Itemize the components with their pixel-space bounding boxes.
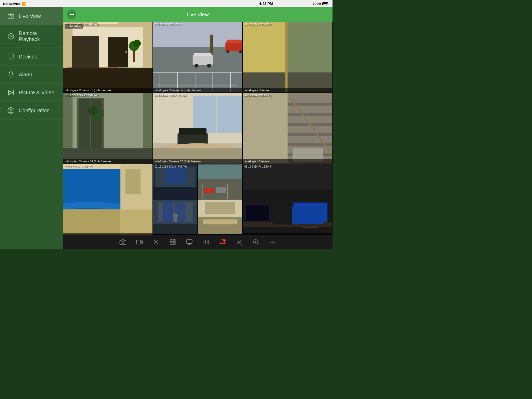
svg-rect-67 bbox=[288, 113, 332, 116]
svg-point-39 bbox=[226, 50, 229, 54]
svg-point-99 bbox=[173, 213, 178, 218]
camera-scene-2 bbox=[153, 22, 242, 92]
svg-rect-80 bbox=[63, 209, 120, 235]
sidebar-item-alarm[interactable]: Alarm bbox=[0, 66, 63, 84]
svg-rect-81 bbox=[120, 209, 152, 235]
sidebar-item-remote-playback[interactable]: Remote Playback bbox=[0, 25, 63, 48]
svg-rect-97 bbox=[175, 202, 185, 222]
camera-scene-4 bbox=[63, 93, 152, 163]
camera-cell-2[interactable]: 01-19-2018 4:42:03 PM Interlogix - Camer… bbox=[153, 22, 243, 93]
camera-cell-6[interactable]: 01-19-2018 4:42:03 PM Interlogix - Camer… bbox=[243, 93, 332, 164]
camera-scene-3 bbox=[243, 22, 332, 92]
camera-cell-4[interactable]: 01-19-2018 06:42:04 PM (W) Interlogix - … bbox=[63, 93, 153, 164]
camera-scene-8 bbox=[153, 164, 242, 235]
svg-rect-16 bbox=[68, 67, 118, 70]
svg-rect-118 bbox=[136, 240, 141, 244]
svg-point-136 bbox=[270, 242, 271, 242]
camera-scene-5 bbox=[153, 93, 242, 163]
app: Live View Remote Playback Devices Alarm bbox=[0, 7, 332, 249]
alarm-icon bbox=[7, 71, 15, 78]
devices-icon bbox=[7, 53, 15, 60]
svg-rect-44 bbox=[285, 22, 288, 92]
svg-rect-79 bbox=[125, 169, 141, 194]
no-service-text: No Service bbox=[3, 2, 21, 6]
svg-rect-20 bbox=[80, 67, 90, 75]
layout-button[interactable] bbox=[169, 238, 177, 246]
svg-rect-124 bbox=[187, 240, 192, 243]
svg-point-2 bbox=[8, 34, 14, 39]
camera-label-7 bbox=[63, 233, 152, 235]
status-time: 4:42 PM bbox=[259, 2, 273, 6]
more-button[interactable] bbox=[268, 238, 277, 246]
nav-label-live-view: Live View bbox=[19, 13, 41, 19]
svg-rect-114 bbox=[272, 199, 293, 224]
sidebar-item-live-view[interactable]: Live View bbox=[0, 7, 63, 25]
svg-rect-112 bbox=[246, 205, 269, 221]
svg-point-129 bbox=[238, 240, 241, 242]
alarm-bell-button[interactable] bbox=[218, 238, 227, 246]
playback-icon bbox=[7, 33, 15, 40]
svg-rect-76 bbox=[63, 164, 120, 204]
config-icon bbox=[7, 107, 15, 114]
camera-label-2: Interlogix - Camera 05 (Sub Stream) bbox=[153, 88, 242, 92]
svg-point-135 bbox=[274, 242, 275, 242]
zoom-in-button[interactable] bbox=[252, 238, 260, 246]
sidebar-item-devices[interactable]: Devices bbox=[0, 48, 63, 66]
main-content: Live View bbox=[63, 7, 332, 249]
camera-scene-1 bbox=[63, 22, 152, 92]
svg-rect-103 bbox=[205, 202, 235, 215]
svg-rect-37 bbox=[225, 42, 242, 51]
svg-rect-96 bbox=[163, 202, 173, 222]
camera-cell-1[interactable]: Live View 01-19-2018 01:42:04 PM (W) Int… bbox=[63, 22, 153, 93]
svg-point-119 bbox=[155, 241, 157, 243]
camera-label-9 bbox=[243, 233, 332, 235]
svg-point-15 bbox=[133, 40, 141, 47]
svg-rect-19 bbox=[78, 65, 93, 68]
sidebar-item-picture-video[interactable]: Picture & Video bbox=[0, 84, 63, 102]
picture-icon bbox=[7, 89, 15, 96]
record-button[interactable] bbox=[135, 238, 144, 246]
svg-point-1 bbox=[10, 16, 12, 17]
camera-cell-5[interactable]: 01-19-2018 4:42:04 PM (W) Interlogix - C… bbox=[153, 93, 243, 164]
camera-timestamp-3: 01-19-2018 4:42:03 PM bbox=[244, 23, 272, 26]
svg-rect-69 bbox=[288, 133, 332, 136]
svg-point-54 bbox=[88, 106, 97, 115]
status-bar: No Service 📶 4:42 PM 100% bbox=[0, 0, 332, 7]
svg-point-134 bbox=[272, 242, 273, 242]
toolbar bbox=[63, 235, 332, 249]
camera-scene-7 bbox=[63, 164, 152, 235]
status-right: 100% bbox=[313, 2, 329, 6]
camera-timestamp-1: 01-19-2018 01:42:04 PM (W) bbox=[65, 23, 98, 26]
camera-cell-9[interactable]: 01-19-2018 Fri 16:39:44 bbox=[243, 164, 332, 235]
snapshot-button[interactable] bbox=[119, 238, 127, 246]
ptz-button[interactable] bbox=[152, 238, 160, 246]
camera-timestamp-8: 01-19-2018 4:42:04 PM (W) bbox=[155, 165, 187, 168]
camera-label-4: Interlogix - Camera 04 (Sub Stream) bbox=[63, 159, 152, 164]
svg-rect-92 bbox=[204, 188, 214, 193]
camera-label-1: Interlogix - Camera 01 (Sub Stream) bbox=[63, 88, 152, 92]
nav-label-picture-video: Picture & Video bbox=[19, 90, 55, 96]
svg-marker-117 bbox=[141, 241, 143, 244]
battery-percent: 100% bbox=[313, 2, 321, 6]
sidebar-item-configuration[interactable]: Configuration bbox=[0, 102, 63, 119]
svg-point-40 bbox=[239, 50, 242, 54]
camera-grid: Live View 01-19-2018 01:42:04 PM (W) Int… bbox=[63, 22, 332, 235]
camera-label-6: Interlogix - Camera bbox=[243, 159, 332, 164]
camera-cell-8[interactable]: 01-19-2018 4:42:04 PM (W) bbox=[153, 164, 243, 235]
audio-button[interactable] bbox=[202, 238, 210, 246]
person-button[interactable] bbox=[235, 238, 243, 246]
camera-cell-3[interactable]: 01-19-2018 4:42:03 PM Interlogix - Camer… bbox=[243, 22, 332, 93]
nav-label-configuration: Configuration bbox=[19, 108, 50, 114]
svg-rect-123 bbox=[173, 243, 175, 245]
svg-rect-62 bbox=[179, 128, 207, 135]
svg-rect-3 bbox=[8, 54, 14, 58]
svg-rect-105 bbox=[203, 220, 237, 224]
camera-cell-7[interactable]: 01-19-2018 Fri-16:42:02 bbox=[63, 164, 153, 235]
svg-rect-84 bbox=[165, 167, 185, 184]
svg-point-116 bbox=[122, 241, 124, 244]
svg-rect-60 bbox=[217, 96, 242, 133]
svg-rect-12 bbox=[125, 51, 127, 53]
menu-button[interactable] bbox=[67, 10, 76, 19]
preview-button[interactable] bbox=[185, 238, 194, 246]
svg-rect-100 bbox=[174, 218, 177, 222]
